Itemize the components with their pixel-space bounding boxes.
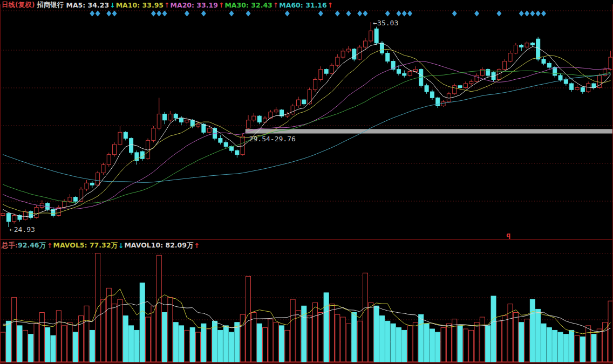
- volume-bar: [185, 330, 189, 362]
- gap-range-annotation: 29.54-29.76: [249, 135, 296, 143]
- candlestick: [341, 51, 345, 57]
- candlestick: [130, 139, 133, 153]
- volume-bar: [324, 293, 329, 362]
- candlestick: [257, 116, 261, 122]
- volume-bar: [146, 317, 151, 362]
- candlestick: [157, 114, 161, 128]
- event-diamond-icon: [318, 11, 323, 17]
- volume-bar: [575, 335, 580, 362]
- volume-bar: [547, 328, 551, 362]
- event-diamond-icon: [246, 11, 251, 17]
- candlestick: [180, 118, 183, 122]
- volume-bar: [474, 322, 479, 362]
- candlestick: [96, 173, 100, 186]
- volume-bar: [173, 322, 178, 362]
- event-diamond-icon: [407, 11, 412, 17]
- candlestick: [296, 100, 300, 106]
- volume-bar: [335, 314, 340, 362]
- volume-bar: [168, 297, 173, 362]
- volume-bar: [402, 330, 407, 362]
- candlestick: [374, 29, 378, 43]
- volume-bar: [441, 328, 446, 362]
- volume-bar: [391, 324, 396, 362]
- volume-bar: [591, 334, 596, 362]
- volume-bar: [396, 328, 401, 362]
- candlestick: [408, 71, 412, 75]
- event-diamond-icon: [201, 11, 206, 17]
- candlestick: [68, 197, 72, 202]
- candlestick: [63, 201, 66, 207]
- volume-bar: [290, 299, 295, 362]
- candlestick: [570, 84, 574, 90]
- candlestick: [107, 155, 111, 165]
- volume-panel-header: 总手: 92.46万 ↑ MAVOL5: 77.32万 ↓ MAVOL10: 8…: [2, 241, 200, 250]
- gap-band: [246, 129, 613, 133]
- candlestick: [508, 53, 512, 61]
- period-label: 日线(复权): [2, 1, 35, 10]
- event-diamond-icon: [357, 11, 362, 17]
- volume-bar: [39, 313, 44, 362]
- event-diamond-icon: [474, 11, 479, 17]
- ma20-trend-arrow-icon: ↑: [219, 1, 224, 9]
- volume-bar: [179, 326, 184, 362]
- volume-bar: [73, 332, 78, 362]
- candlestick: [441, 102, 445, 106]
- volume-bar: [569, 330, 574, 362]
- volume-bar: [207, 329, 212, 362]
- candlestick: [168, 114, 172, 120]
- volume-bar: [446, 324, 451, 362]
- event-diamond-icon: [519, 11, 524, 17]
- event-diamond-icon: [536, 11, 541, 17]
- volume-bar: [67, 322, 72, 362]
- volume-bar: [379, 316, 384, 362]
- volume-bar: [62, 326, 67, 362]
- volume-bar: [318, 313, 323, 362]
- volume-value: 92.46万: [18, 241, 46, 250]
- candlestick: [575, 88, 579, 90]
- candlestick: [101, 164, 105, 173]
- volume-bar: [563, 334, 568, 362]
- volume-bar: [235, 322, 240, 362]
- volume-bar: [480, 317, 485, 362]
- candlestick: [196, 124, 200, 126]
- volume-bar: [329, 304, 334, 362]
- event-diamond-icon: [112, 11, 117, 17]
- volume-bar: [346, 324, 351, 362]
- candlestick: [302, 100, 306, 104]
- stock-chart-app: ←35.03←24.9329.54-29.76q 日线(复权) 招商银行 MA5…: [0, 0, 613, 364]
- volume-chart-canvas[interactable]: [0, 239, 613, 364]
- volume-bar: [419, 314, 424, 362]
- price-chart-canvas[interactable]: ←35.03←24.9329.54-29.76q: [0, 0, 613, 239]
- volume-bar: [196, 332, 201, 362]
- event-diamond-icon: [530, 11, 535, 17]
- candlestick: [291, 106, 295, 114]
- peak-price-annotation: ←35.03: [373, 19, 398, 27]
- candlestick: [403, 73, 406, 75]
- volume-bar: [90, 330, 94, 362]
- volume-bar: [123, 316, 128, 362]
- volume-bar: [491, 296, 496, 362]
- candlestick: [464, 84, 467, 88]
- candlestick: [319, 70, 323, 80]
- candlestick: [436, 98, 440, 106]
- mavol5-value: MAVOL5: 77.32万: [53, 241, 118, 250]
- candlestick: [235, 150, 239, 155]
- volume-bar: [586, 326, 591, 362]
- volume-bar: [603, 322, 608, 362]
- volume-bar: [513, 313, 518, 362]
- candlestick: [564, 79, 568, 84]
- volume-bar: [151, 306, 156, 362]
- candlestick: [247, 120, 250, 128]
- candlestick: [430, 92, 434, 98]
- candlestick: [453, 86, 457, 94]
- candlestick: [330, 65, 333, 73]
- volume-bar: [51, 335, 56, 362]
- volume-bar: [496, 321, 501, 362]
- volume-bar: [385, 321, 390, 362]
- volume-bar: [12, 297, 17, 362]
- candlestick: [525, 43, 529, 47]
- candlestick: [380, 43, 384, 53]
- volume-bar: [218, 330, 223, 362]
- candlestick: [6, 214, 10, 222]
- event-diamond-icon: [90, 11, 94, 17]
